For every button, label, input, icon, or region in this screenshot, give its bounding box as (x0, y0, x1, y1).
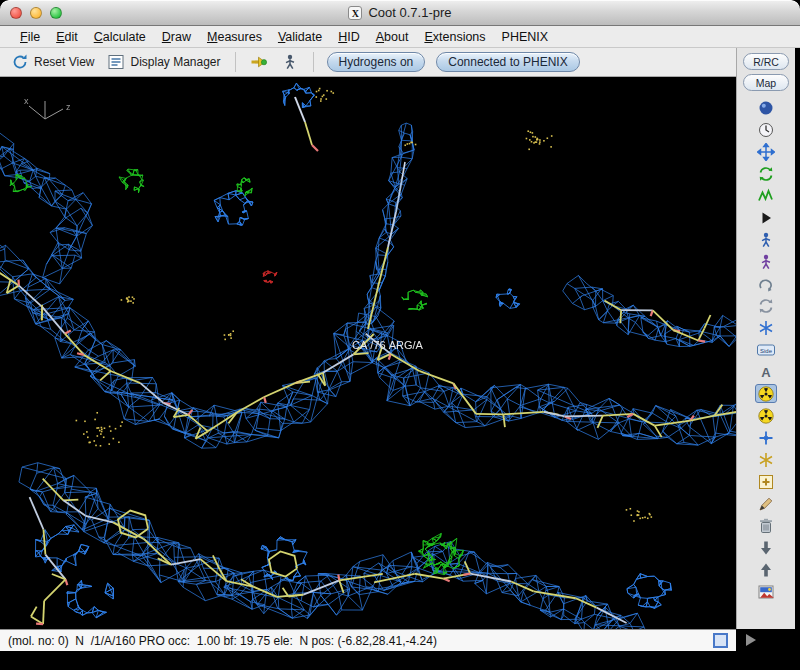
display-manager-icon (107, 53, 125, 71)
menu-bar: FileEditCalculateDrawMeasuresValidateHID… (0, 26, 800, 48)
menu-item-draw[interactable]: Draw (154, 28, 199, 46)
phenix-status-button-label: Connected to PHENIX (448, 55, 567, 69)
phenix-update-maps-icon[interactable] (755, 406, 777, 425)
pencil-icon[interactable] (755, 494, 777, 513)
svg-text:Side: Side (760, 347, 773, 353)
menu-item-hid[interactable]: HID (330, 28, 368, 46)
screen: X Coot 0.7.1-pre FileEditCalculateDrawMe… (0, 0, 800, 670)
window-title: Coot 0.7.1-pre (368, 5, 451, 20)
rrc-button[interactable]: R/RC (743, 53, 789, 70)
display-manager-button-label: Display Manager (130, 55, 220, 69)
auto-fit-rotamer-icon[interactable] (755, 230, 777, 249)
menu-item-validate[interactable]: Validate (270, 28, 330, 46)
reset-view-button-label: Reset View (34, 55, 94, 69)
expander-icon[interactable] (746, 634, 756, 646)
mutate-icon[interactable] (755, 252, 777, 271)
sphere-icon[interactable] (755, 98, 777, 117)
map-button[interactable]: Map (743, 74, 789, 91)
right-toolbar: R/RC Map SideA (736, 48, 795, 629)
menu-item-measures[interactable]: Measures (199, 28, 270, 46)
add-terminal-residue-icon[interactable]: A (755, 362, 777, 381)
place-atom-icon[interactable] (755, 472, 777, 491)
clock-icon[interactable] (755, 120, 777, 139)
x11-icon: X (348, 6, 362, 20)
undo-icon[interactable] (755, 538, 777, 557)
flip-peptide-icon[interactable] (755, 428, 777, 447)
status-corner (736, 629, 800, 651)
main-area: Reset ViewDisplay ManagerHydrogens onCon… (0, 48, 800, 651)
hydrogens-toggle[interactable]: Hydrogens on (327, 52, 426, 72)
menu-item-about[interactable]: About (368, 28, 417, 46)
gl-viewport (0, 77, 736, 629)
status-text: (mol. no: 0) N /1/A/160 PRO occ: 1.00 bf… (8, 634, 437, 648)
toolbar-separator (313, 52, 314, 72)
goto-ligand-button[interactable] (276, 51, 304, 73)
rotamers-icon[interactable] (755, 296, 777, 315)
goto-ligand-icon (281, 53, 299, 71)
edit-chi-angles-icon[interactable] (755, 318, 777, 337)
toolbar-separator (235, 52, 236, 72)
pep-flip-icon[interactable] (755, 274, 777, 293)
right-rail-column: R/RC Map SideA (736, 48, 800, 651)
phenix-status-button[interactable]: Connected to PHENIX (436, 52, 579, 72)
toolbar: Reset ViewDisplay ManagerHydrogens onCon… (0, 48, 736, 77)
goto-atom-icon (250, 53, 268, 71)
phenix-refine-icon[interactable] (755, 384, 777, 403)
svg-text:A: A (761, 364, 771, 379)
play-icon[interactable] (755, 208, 777, 227)
status-bar: (mol. no: 0) N /1/A/160 PRO occ: 1.00 bf… (0, 629, 736, 651)
left-column: Reset ViewDisplay ManagerHydrogens onCon… (0, 48, 736, 651)
delete-item-icon[interactable] (755, 516, 777, 535)
menu-item-edit[interactable]: Edit (48, 28, 86, 46)
menu-item-extensions[interactable]: Extensions (416, 28, 493, 46)
phenix-logo-icon[interactable] (755, 582, 777, 601)
real-space-refine-icon[interactable] (755, 164, 777, 183)
window-title-area: X Coot 0.7.1-pre (0, 0, 800, 25)
menu-item-phenix[interactable]: PHENIX (494, 28, 557, 46)
display-manager-button[interactable]: Display Manager (102, 51, 225, 73)
status-grip[interactable] (713, 633, 728, 648)
rail-icons: SideA (755, 98, 777, 601)
title-bar[interactable]: X Coot 0.7.1-pre (0, 0, 800, 26)
redo-icon[interactable] (755, 560, 777, 579)
goto-atom-button[interactable] (245, 51, 273, 73)
coot-window: X Coot 0.7.1-pre FileEditCalculateDrawMe… (0, 0, 800, 651)
hydrogens-toggle-label: Hydrogens on (339, 55, 414, 69)
move-zone-icon[interactable] (755, 142, 777, 161)
menu-item-calculate[interactable]: Calculate (86, 28, 154, 46)
gl-canvas[interactable] (0, 77, 736, 629)
reset-view-icon (11, 53, 29, 71)
side-chain-180-icon[interactable]: Side (755, 340, 777, 359)
menu-item-file[interactable]: File (12, 28, 48, 46)
reset-view-button[interactable]: Reset View (6, 51, 99, 73)
add-alt-conf-icon[interactable] (755, 450, 777, 469)
regularize-zone-icon[interactable] (755, 186, 777, 205)
